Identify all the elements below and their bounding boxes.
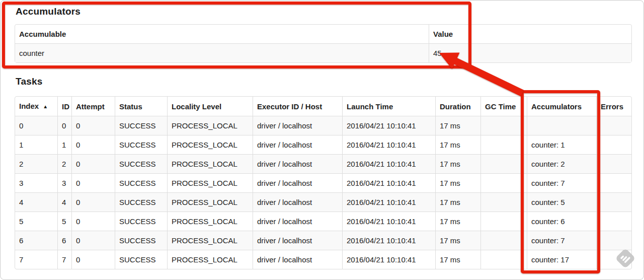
column-header-duration[interactable]: Duration <box>435 97 480 116</box>
table-cell <box>596 116 631 135</box>
header-row: AccumulableValue <box>15 25 631 43</box>
table-cell: 0 <box>71 135 115 154</box>
table-cell: SUCCESS <box>115 250 167 269</box>
column-header-label: Errors <box>601 102 623 111</box>
column-header-label: Accumulators <box>531 102 582 111</box>
column-header-label: Duration <box>440 102 471 111</box>
table-row: 770SUCCESSPROCESS_LOCALdriver / localhos… <box>15 250 631 269</box>
table-cell: PROCESS_LOCAL <box>167 250 253 269</box>
table-row: 220SUCCESSPROCESS_LOCALdriver / localhos… <box>15 154 631 173</box>
column-header-index[interactable]: Index▲ <box>15 97 57 116</box>
table-cell: counter: 2 <box>527 154 596 173</box>
feedly-watermark-icon <box>615 248 636 269</box>
table-cell: driver / localhost <box>253 173 342 192</box>
table-cell <box>596 173 631 192</box>
table-row: 660SUCCESSPROCESS_LOCALdriver / localhos… <box>15 231 631 250</box>
table-cell: SUCCESS <box>115 212 167 231</box>
table-cell: 17 ms <box>435 250 480 269</box>
table-cell: driver / localhost <box>253 116 342 135</box>
table-cell: 17 ms <box>435 231 480 250</box>
table-cell: driver / localhost <box>253 212 342 231</box>
table-cell <box>596 192 631 212</box>
table-cell: 0 <box>71 250 115 269</box>
column-header-accumulable[interactable]: Accumulable <box>15 25 429 43</box>
table-cell <box>527 116 596 135</box>
table-cell: 17 ms <box>435 212 480 231</box>
column-header-label: Executor ID / Host <box>257 102 322 111</box>
table-cell: counter: 1 <box>527 135 596 154</box>
table-cell: 7 <box>57 250 71 269</box>
table-cell: 0 <box>71 154 115 173</box>
column-header-label: Attempt <box>76 102 105 111</box>
table-cell <box>480 116 527 135</box>
table-cell: 1 <box>15 135 57 154</box>
column-header-gc-time[interactable]: GC Time <box>480 97 527 116</box>
table-cell: 4 <box>15 192 57 212</box>
column-header-executor-id-host[interactable]: Executor ID / Host <box>253 97 342 116</box>
column-header-label: ID <box>62 102 69 111</box>
table-cell: SUCCESS <box>115 116 167 135</box>
table-cell <box>480 250 527 269</box>
table-cell: driver / localhost <box>253 231 342 250</box>
table-cell: 0 <box>57 116 71 135</box>
column-header-id[interactable]: ID <box>57 97 71 116</box>
table-cell: 5 <box>15 212 57 231</box>
table-cell: PROCESS_LOCAL <box>167 154 253 173</box>
table-cell: 3 <box>15 173 57 192</box>
column-header-locality-level[interactable]: Locality Level <box>167 97 253 116</box>
table-cell: 17 ms <box>435 173 480 192</box>
column-header-errors[interactable]: Errors <box>596 97 631 116</box>
table-cell: PROCESS_LOCAL <box>167 192 253 212</box>
table-cell: 2 <box>15 154 57 173</box>
table-row: 550SUCCESSPROCESS_LOCALdriver / localhos… <box>15 212 631 231</box>
accumulators-table: AccumulableValuecounter45 <box>15 24 632 63</box>
table-cell <box>596 135 631 154</box>
table-row: 440SUCCESSPROCESS_LOCALdriver / localhos… <box>15 192 631 212</box>
table-cell: PROCESS_LOCAL <box>167 231 253 250</box>
table-cell: 7 <box>15 250 57 269</box>
table-cell <box>480 173 527 192</box>
column-header-label: Accumulable <box>19 30 66 38</box>
table-cell: 0 <box>71 231 115 250</box>
column-header-label: GC Time <box>485 102 516 111</box>
column-header-value[interactable]: Value <box>429 25 631 43</box>
tasks-section-heading: Tasks <box>16 76 42 87</box>
table-cell: 3 <box>57 173 71 192</box>
column-header-label: Launch Time <box>347 102 393 111</box>
table-cell: 17 ms <box>435 154 480 173</box>
table-row: 000SUCCESSPROCESS_LOCALdriver / localhos… <box>15 116 631 135</box>
column-header-accumulators[interactable]: Accumulators <box>527 97 596 116</box>
column-header-launch-time[interactable]: Launch Time <box>342 97 435 116</box>
column-header-label: Status <box>119 102 142 111</box>
column-header-attempt[interactable]: Attempt <box>71 97 115 116</box>
table-cell: PROCESS_LOCAL <box>167 173 253 192</box>
table-cell: driver / localhost <box>253 135 342 154</box>
table-cell: 2 <box>57 154 71 173</box>
table-cell: 17 ms <box>435 192 480 212</box>
table-cell: 6 <box>57 231 71 250</box>
table-cell: 45 <box>429 43 631 62</box>
table-cell <box>596 231 631 250</box>
table-cell <box>596 154 631 173</box>
table-cell: SUCCESS <box>115 135 167 154</box>
table-cell: 4 <box>57 192 71 212</box>
table-cell: 0 <box>15 116 57 135</box>
accumulators-section-heading: Accumulators <box>16 6 80 17</box>
table-cell <box>480 231 527 250</box>
table-cell <box>480 135 527 154</box>
table-cell: PROCESS_LOCAL <box>167 135 253 154</box>
table-cell: 2016/04/21 10:10:41 <box>342 173 435 192</box>
column-header-label: Locality Level <box>172 102 221 111</box>
table-cell: 17 ms <box>435 116 480 135</box>
spark-stage-page: Accumulators AccumulableValuecounter45 T… <box>0 0 644 280</box>
table-cell: PROCESS_LOCAL <box>167 116 253 135</box>
sort-ascending-icon: ▲ <box>43 104 48 109</box>
table-cell: counter: 5 <box>527 192 596 212</box>
table-cell: 2016/04/21 10:10:41 <box>342 135 435 154</box>
table-cell: 1 <box>57 135 71 154</box>
table-cell: driver / localhost <box>253 192 342 212</box>
table-cell: 17 ms <box>435 135 480 154</box>
column-header-status[interactable]: Status <box>115 97 167 116</box>
table-cell <box>480 154 527 173</box>
table-cell: 0 <box>71 212 115 231</box>
